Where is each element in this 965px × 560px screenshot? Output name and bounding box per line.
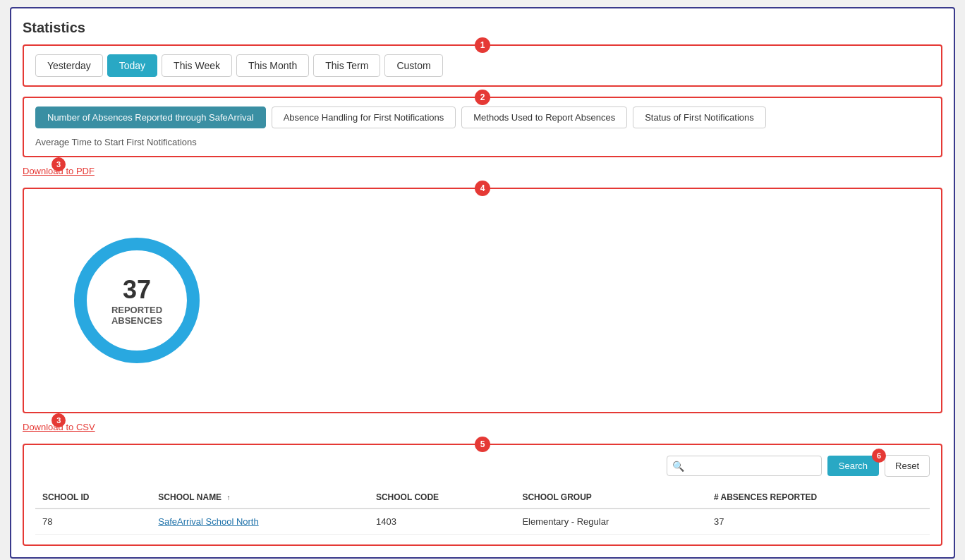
- main-container: Statistics 1 Yesterday Today This Week T…: [10, 7, 955, 559]
- table-header-row: SCHOOL ID SCHOOL NAME ↑ SCHOOL CODE SCHO…: [35, 487, 930, 509]
- donut-chart: 37 REPORTED ABSENCES: [66, 230, 207, 371]
- badge-1: 1: [475, 37, 490, 53]
- tab-absences-reported[interactable]: Number of Absences Reported through Safe…: [35, 106, 266, 128]
- badge-2: 2: [475, 90, 490, 105]
- tab-subtitle: Average Time to Start First Notification…: [35, 134, 930, 147]
- data-table: SCHOOL ID SCHOOL NAME ↑ SCHOOL CODE SCHO…: [35, 487, 930, 535]
- donut-center: 37 REPORTED ABSENCES: [111, 275, 162, 326]
- table-toolbar: 🔍 Search 6 Reset: [35, 455, 930, 477]
- tab-absence-handling[interactable]: Absence Handling for First Notifications: [272, 106, 456, 128]
- tab-methods-used[interactable]: Methods Used to Report Absences: [461, 106, 627, 128]
- search-wrapper: 🔍: [667, 456, 822, 476]
- badge-4: 4: [475, 181, 490, 196]
- time-filter-section: 1 Yesterday Today This Week This Month T…: [23, 44, 942, 87]
- search-input[interactable]: [667, 456, 822, 476]
- time-btn-thisterm[interactable]: This Term: [313, 54, 380, 77]
- col-school-group: SCHOOL GROUP: [515, 487, 707, 509]
- donut-label1: REPORTED: [111, 305, 162, 315]
- badge-3a: 3: [51, 157, 66, 171]
- badge-3b: 3: [51, 413, 66, 427]
- donut-label2: ABSENCES: [111, 315, 162, 326]
- time-btn-yesterday[interactable]: Yesterday: [35, 54, 103, 77]
- time-btn-custom[interactable]: Custom: [384, 54, 442, 77]
- search-button[interactable]: Search 6: [827, 456, 879, 476]
- sort-icon: ↑: [226, 494, 230, 501]
- cell-absences: 37: [707, 509, 930, 535]
- time-btn-thisweek[interactable]: This Week: [162, 54, 232, 77]
- col-absences-reported: # ABSENCES REPORTED: [707, 487, 930, 509]
- report-tabs-section: 2 Number of Absences Reported through Sa…: [23, 97, 942, 157]
- download-csv-wrapper: Download to CSV 3: [23, 420, 95, 438]
- badge-6: 6: [872, 449, 886, 463]
- table-section: 5 🔍 Search 6 Reset SCHOOL ID SCH: [23, 444, 942, 546]
- chart-section: 4 37 REPORTED ABSENCES: [23, 188, 942, 413]
- download-pdf-wrapper: Download to PDF 3: [23, 164, 95, 182]
- cell-school-group: Elementary - Regular: [515, 509, 707, 535]
- cell-school-id: 78: [35, 509, 151, 535]
- cell-school-code: 1403: [369, 509, 515, 535]
- time-btn-thismonth[interactable]: This Month: [236, 54, 309, 77]
- donut-number: 37: [111, 275, 162, 305]
- time-btn-today[interactable]: Today: [107, 54, 157, 77]
- col-school-id: SCHOOL ID: [35, 487, 151, 509]
- tab-status-notifications[interactable]: Status of First Notifications: [633, 106, 766, 128]
- reset-button[interactable]: Reset: [885, 455, 930, 477]
- col-school-name: SCHOOL NAME ↑: [151, 487, 369, 509]
- page-title: Statistics: [23, 20, 942, 36]
- cell-school-name: SafeArrival School North: [151, 509, 369, 535]
- col-school-code: SCHOOL CODE: [369, 487, 515, 509]
- table-row: 78 SafeArrival School North 1403 Element…: [35, 509, 930, 535]
- tabs-row: Number of Absences Reported through Safe…: [35, 106, 930, 128]
- badge-5: 5: [475, 437, 490, 452]
- search-icon: 🔍: [672, 461, 684, 472]
